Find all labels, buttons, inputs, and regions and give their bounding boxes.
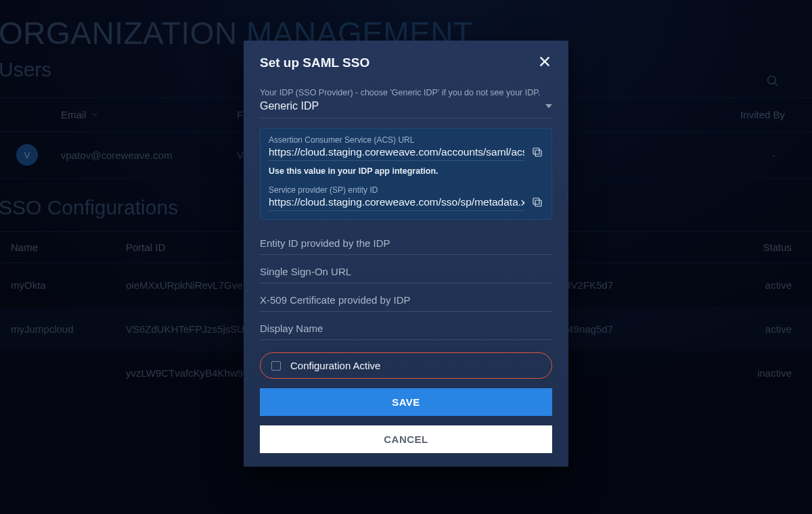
acs-card: Assertion Consumer Service (ACS) URL htt… [260,128,552,220]
close-icon[interactable] [537,54,552,72]
svg-rect-6 [533,148,539,154]
acs-value[interactable]: https://cloud.staging.coreweave.com/acco… [269,146,524,161]
svg-rect-7 [535,200,541,206]
cancel-button[interactable]: CANCEL [260,425,552,453]
sp-label: Service provider (SP) entity ID [269,185,543,195]
sso-url-field[interactable]: Single Sign-On URL [260,255,552,283]
config-active-toggle[interactable]: Configuration Active [260,352,552,379]
idp-select[interactable]: Generic IDP [260,97,552,118]
modal-title: Set up SAML SSO [260,55,369,70]
idp-hint: Your IDP (SSO Provider) - choose 'Generi… [260,88,552,97]
acs-note: Use this value in your IDP app integrati… [269,166,543,176]
x509-field[interactable]: X-509 Certificate provided by IDP [260,283,552,312]
svg-marker-4 [545,104,552,108]
sp-value[interactable]: https://cloud.staging.coreweave.com/sso/… [269,196,524,211]
copy-icon[interactable] [531,146,543,161]
caret-down-icon [545,100,552,112]
svg-rect-5 [535,150,541,156]
checkbox-icon[interactable] [271,361,281,371]
idp-select-value: Generic IDP [260,100,545,112]
display-name-field[interactable]: Display Name [260,312,552,340]
entity-id-field[interactable]: Entity ID provided by the IDP [260,227,552,255]
config-active-label: Configuration Active [290,360,380,371]
copy-icon[interactable] [531,196,543,211]
svg-rect-8 [533,198,539,204]
saml-sso-modal: Set up SAML SSO Your IDP (SSO Provider) … [244,41,568,467]
save-button[interactable]: SAVE [260,388,552,416]
acs-label: Assertion Consumer Service (ACS) URL [269,135,543,145]
